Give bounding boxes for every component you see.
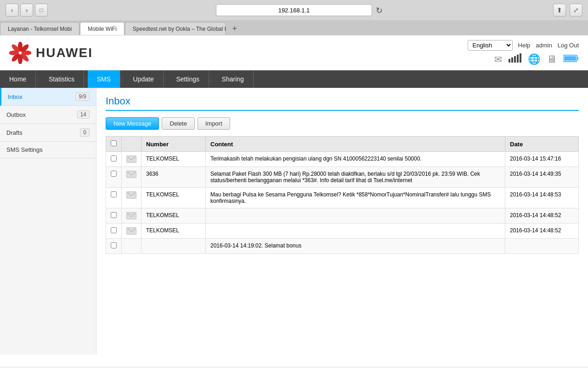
address-input[interactable] — [216, 4, 372, 16]
message-envelope-icon — [126, 171, 136, 178]
new-tab-button[interactable]: + — [228, 22, 241, 35]
table-row: 3636Selamat Paket Flash 300 MB (7 hari) … — [106, 167, 579, 188]
row-checkbox[interactable] — [111, 155, 117, 161]
date-cell — [505, 239, 579, 254]
message-envelope-icon — [126, 191, 136, 199]
content-cell: 2016-03-14 14:19:02. Selamat bonus — [206, 239, 505, 254]
inbox-table: Number Content Date TELKOMSELTerimakasih… — [106, 136, 579, 254]
row-checkbox[interactable] — [111, 242, 117, 248]
tab-layanan[interactable]: Layanan - Telkomsel Mobi — [0, 22, 79, 35]
header-right: English Indonesian Help admin Log Out ✉ — [468, 40, 579, 65]
browser-actions: ⬆ ⤢ — [553, 4, 582, 17]
forward-button[interactable]: › — [20, 4, 33, 17]
main-nav: Home : Statistics : SMS : Update : Setti… — [0, 70, 588, 88]
tab-speedtest[interactable]: Speedtest.net by Ookla – The Global Broa… — [125, 22, 226, 35]
row-checkbox-cell — [106, 239, 122, 254]
browser-tabs: Layanan - Telkomsel Mobi Mobile WiFi Spe… — [0, 20, 588, 35]
nav-settings[interactable]: Settings — [167, 70, 209, 88]
mail-icon[interactable]: ✉ — [494, 54, 502, 65]
site-header: HUAWEI English Indonesian Help admin Log… — [0, 35, 588, 70]
fullscreen-button[interactable]: ⤢ — [570, 4, 582, 17]
content-cell: Terimakasih telah melakukan pengisian ul… — [206, 152, 505, 167]
sender-cell: TELKOMSEL — [141, 152, 206, 167]
import-button[interactable]: Import — [198, 117, 230, 130]
nav-sms[interactable]: SMS — [88, 70, 120, 88]
message-envelope-icon — [126, 227, 136, 235]
sender-cell: TELKOMSEL — [141, 208, 206, 224]
content-cell: Selamat Paket Flash 300 MB (7 hari) Rp.2… — [206, 167, 505, 188]
row-checkbox[interactable] — [111, 227, 117, 233]
sender-cell: TELKOMSEL — [141, 224, 206, 239]
sidebar-item-inbox[interactable]: Inbox 9/9 — [0, 88, 96, 106]
reload-button[interactable]: ↻ — [376, 6, 385, 15]
signal-icon — [509, 53, 521, 65]
language-selector[interactable]: English Indonesian — [468, 40, 513, 51]
sidebar-item-drafts[interactable]: Drafts 0 — [0, 124, 96, 142]
select-all-header — [106, 137, 122, 152]
back-button[interactable]: ‹ — [6, 4, 18, 17]
select-all-checkbox[interactable] — [111, 140, 117, 146]
table-row: TELKOMSEL2016-03-14 14:48:52 — [106, 224, 579, 239]
table-row: 2016-03-14 14:19:02. Selamat bonus — [106, 239, 579, 254]
message-envelope-icon — [126, 212, 136, 219]
date-cell: 2016-03-14 14:48:52 — [505, 224, 579, 239]
message-icon-cell — [122, 188, 141, 208]
message-icon-cell — [122, 208, 141, 224]
lang-row: English Indonesian Help admin Log Out — [468, 40, 579, 51]
nav-update[interactable]: Update — [124, 70, 164, 88]
delete-button[interactable]: Delete — [162, 117, 195, 130]
sidebar-outbox-label: Outbox — [6, 111, 26, 118]
row-checkbox-cell — [106, 188, 122, 208]
sidebar-inbox-badge: 9/9 — [75, 92, 90, 101]
row-checkbox[interactable] — [111, 212, 117, 218]
sender-cell: 3636 — [141, 167, 206, 188]
row-checkbox-cell — [106, 208, 122, 224]
sidebar-drafts-label: Drafts — [6, 129, 23, 136]
content-cell — [206, 208, 505, 224]
svg-rect-8 — [509, 59, 510, 63]
logout-link[interactable]: Log Out — [558, 42, 579, 49]
icon-header — [122, 137, 141, 152]
message-envelope-icon — [126, 155, 136, 163]
admin-link[interactable]: admin — [536, 42, 552, 49]
battery-icon — [563, 53, 579, 65]
sidebar-toggle-button[interactable]: □ — [35, 4, 48, 17]
sidebar-inbox-label: Inbox — [8, 93, 23, 100]
panel-title: Inbox — [106, 95, 579, 111]
globe-icon[interactable]: 🌐 — [528, 53, 540, 65]
new-message-button[interactable]: New Message — [106, 117, 159, 130]
svg-rect-9 — [511, 58, 513, 63]
table-row: TELKOMSEL2016-03-14 14:48:52 — [106, 208, 579, 224]
svg-rect-14 — [577, 57, 578, 60]
message-icon-cell — [122, 167, 141, 188]
tab-mobile-wifi[interactable]: Mobile WiFi — [80, 22, 124, 35]
nav-sharing[interactable]: Sharing — [213, 70, 254, 88]
monitor-icon[interactable]: 🖥 — [547, 53, 557, 65]
status-icons: ✉ 🌐 🖥 — [494, 53, 579, 65]
nav-statistics[interactable]: Statistics — [40, 70, 84, 88]
sidebar-item-sms-settings[interactable]: SMS Settings — [0, 142, 96, 158]
row-checkbox[interactable] — [111, 171, 117, 177]
help-link[interactable]: Help — [518, 42, 531, 49]
sidebar-item-outbox[interactable]: Outbox 14 — [0, 106, 96, 124]
svg-rect-10 — [514, 56, 516, 63]
svg-rect-15 — [564, 56, 576, 61]
table-row: TELKOMSELMau berbagi Pulsa ke Sesama Pen… — [106, 188, 579, 208]
content-cell: Mau berbagi Pulsa ke Sesama Pengguna Tel… — [206, 188, 505, 208]
svg-rect-11 — [517, 55, 519, 63]
nav-buttons: ‹ › □ — [6, 4, 48, 17]
huawei-logo-icon — [9, 42, 31, 64]
browser-chrome: ‹ › □ ↻ ⬆ ⤢ Layanan - Telkomsel Mobi Mob… — [0, 0, 588, 35]
page: HUAWEI English Indonesian Help admin Log… — [0, 35, 588, 367]
message-icon-cell — [122, 224, 141, 239]
brand-name: HUAWEI — [36, 46, 93, 60]
nav-home[interactable]: Home — [0, 70, 36, 88]
share-button[interactable]: ⬆ — [553, 4, 566, 17]
content-cell — [206, 224, 505, 239]
date-header: Date — [505, 137, 579, 152]
row-checkbox[interactable] — [111, 191, 117, 197]
main-panel: Inbox New Message Delete Import Number C… — [96, 88, 588, 355]
sender-cell — [141, 239, 206, 254]
row-checkbox-cell — [106, 152, 122, 167]
action-row: New Message Delete Import — [106, 117, 579, 130]
